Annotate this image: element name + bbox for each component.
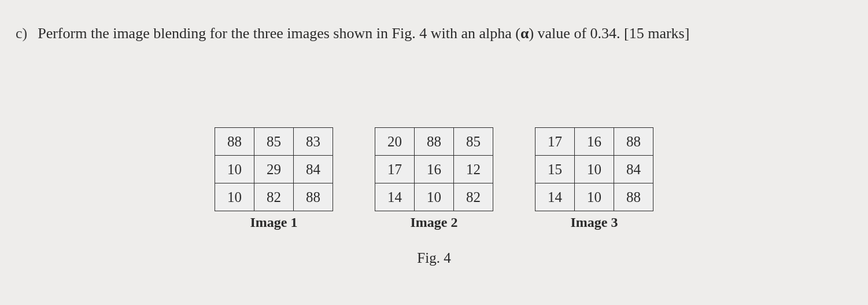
question-marker: c)	[16, 25, 27, 42]
image-table-1: 88 85 83 10 29 84 10 82 88	[215, 127, 333, 211]
table-cell: 83	[294, 128, 333, 156]
table-cell: 17	[535, 128, 575, 156]
question-text: Perform the image blending for the three…	[38, 25, 689, 42]
table-cell: 10	[575, 183, 614, 211]
question-text-part1: Perform the image blending for the three…	[38, 25, 520, 42]
image-caption-3: Image 3	[571, 215, 618, 230]
image-caption-2: Image 2	[411, 215, 458, 230]
table-cell: 12	[454, 156, 493, 183]
question-text-part2: ) value of 0.34. [15 marks]	[529, 25, 689, 42]
table-cell: 88	[294, 183, 333, 211]
image-block-2: 20 88 85 17 16 12 14 10 82 Image 2	[375, 127, 493, 230]
table-cell: 10	[415, 183, 454, 211]
table-cell: 84	[614, 156, 653, 183]
table-cell: 88	[215, 128, 254, 156]
table-cell: 17	[375, 156, 415, 183]
alpha-symbol: α	[520, 25, 529, 42]
table-cell: 16	[575, 128, 614, 156]
table-row: 10 82 88	[215, 183, 333, 211]
table-cell: 10	[215, 156, 254, 183]
table-cell: 14	[535, 183, 575, 211]
table-row: 88 85 83	[215, 128, 333, 156]
table-cell: 88	[614, 183, 653, 211]
image-table-2: 20 88 85 17 16 12 14 10 82	[375, 127, 493, 211]
table-row: 17 16 12	[375, 156, 493, 183]
image-block-3: 17 16 88 15 10 84 14 10 88 Image 3	[535, 127, 653, 230]
table-row: 17 16 88	[535, 128, 653, 156]
table-cell: 88	[415, 128, 454, 156]
table-cell: 88	[614, 128, 653, 156]
table-cell: 82	[254, 183, 294, 211]
image-block-1: 88 85 83 10 29 84 10 82 88 Image 1	[215, 127, 333, 230]
table-cell: 85	[254, 128, 294, 156]
table-cell: 10	[575, 156, 614, 183]
table-cell: 84	[294, 156, 333, 183]
table-cell: 10	[215, 183, 254, 211]
table-cell: 85	[454, 128, 493, 156]
question-line: c) Perform the image blending for the th…	[16, 25, 689, 42]
table-cell: 82	[454, 183, 493, 211]
image-caption-1: Image 1	[250, 215, 298, 230]
figure-caption: Fig. 4	[0, 250, 868, 266]
table-cell: 15	[535, 156, 575, 183]
table-row: 14 10 82	[375, 183, 493, 211]
table-cell: 16	[415, 156, 454, 183]
table-cell: 14	[375, 183, 415, 211]
table-row: 10 29 84	[215, 156, 333, 183]
table-row: 14 10 88	[535, 183, 653, 211]
table-cell: 29	[254, 156, 294, 183]
figure-area: 88 85 83 10 29 84 10 82 88 Image 1 20 88…	[0, 127, 868, 230]
table-cell: 20	[375, 128, 415, 156]
table-row: 20 88 85	[375, 128, 493, 156]
table-row: 15 10 84	[535, 156, 653, 183]
image-table-3: 17 16 88 15 10 84 14 10 88	[535, 127, 653, 211]
